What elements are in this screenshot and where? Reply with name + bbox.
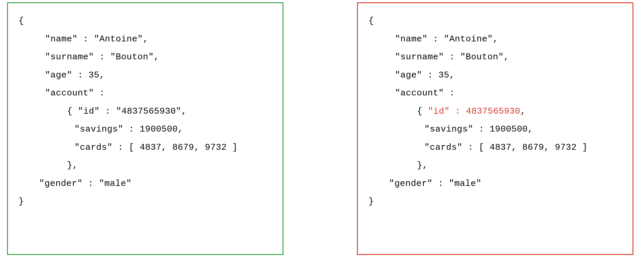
code-error-highlight: "id" : 4837565930 [428, 106, 520, 116]
code-line: "account" : [45, 88, 105, 98]
code-line: "name" : "Antoine", [45, 34, 149, 44]
code-line: "age" : 35, [45, 70, 105, 80]
code-line: "name" : "Antoine", [395, 34, 498, 44]
code-line: "savings" : 1900500, [424, 124, 533, 134]
code-line: "savings" : 1900500, [74, 124, 183, 134]
code-line: { "id" : "4837565930", [67, 106, 187, 116]
code-line: { [368, 16, 374, 26]
code-line: "gender" : "male" [389, 179, 482, 189]
code-line: "cards" : [ 4837, 8679, 9732 ] [424, 142, 588, 152]
code-line: "surname" : "Bouton", [45, 52, 159, 62]
code-line: "gender" : "male" [39, 179, 132, 189]
code-line: }, [67, 160, 78, 170]
json-box-invalid: { "name" : "Antoine", "surname" : "Bouto… [357, 2, 633, 255]
code-line: } [368, 196, 374, 206]
code-line: "surname" : "Bouton", [395, 52, 509, 62]
code-line: "cards" : [ 4837, 8679, 9732 ] [74, 142, 238, 152]
code-line: { [19, 16, 24, 26]
json-box-valid: { "name" : "Antoine", "surname" : "Bouto… [7, 2, 283, 255]
code-line: , [520, 106, 526, 116]
code-line: } [19, 196, 24, 206]
code-line: "age" : 35, [395, 70, 455, 80]
code-line: { [417, 106, 428, 116]
code-line: }, [417, 160, 428, 170]
comparison-container: { "name" : "Antoine", "surname" : "Bouto… [0, 0, 644, 259]
code-line: "account" : [395, 88, 455, 98]
